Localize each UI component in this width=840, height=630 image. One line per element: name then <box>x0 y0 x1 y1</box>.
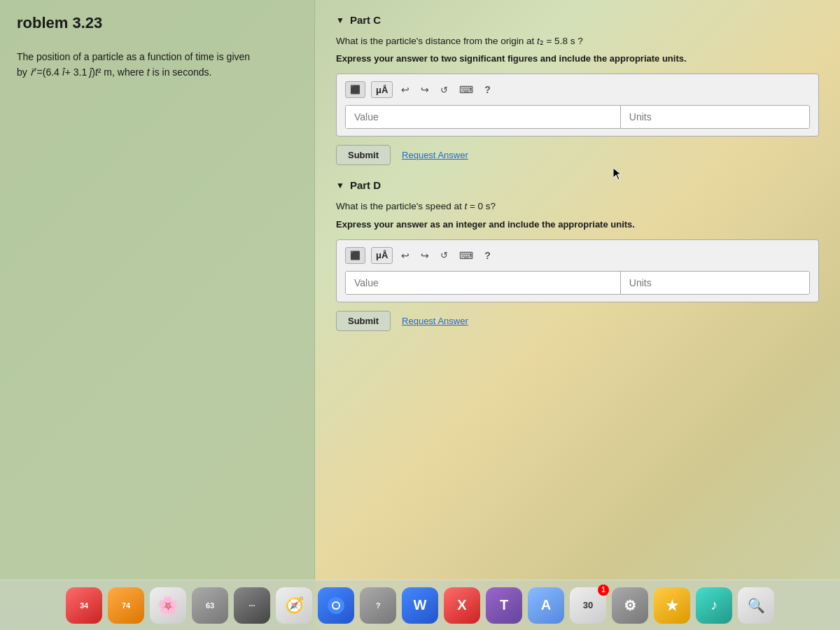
part-c-answer-box: ⬛ μÅ ↩ ↪ ↺ ⌨ ? <box>336 74 819 136</box>
dock-item-music[interactable]: ♪ <box>696 587 732 624</box>
dock-item-w[interactable]: W <box>402 587 438 624</box>
dock-item-star[interactable]: ★ <box>654 587 690 624</box>
dock-item-a-label: A <box>541 597 551 613</box>
part-d-reload-icon[interactable]: ↺ <box>438 248 451 262</box>
part-c-mu-button[interactable]: μÅ <box>371 81 393 98</box>
part-c-redo-icon[interactable]: ↪ <box>418 83 432 97</box>
part-d-value-input[interactable] <box>346 272 621 294</box>
dock-item-x-label: X <box>457 597 466 613</box>
dock-item-settings[interactable]: ⚙ <box>612 587 648 624</box>
part-d-header: ▼ Part D <box>336 179 819 191</box>
problem-title: roblem 3.23 <box>17 14 298 32</box>
problem-text: The position of a particle as a function… <box>17 49 298 80</box>
part-d-help-icon[interactable]: ? <box>482 248 493 262</box>
part-d-mu-button[interactable]: μÅ <box>371 247 393 264</box>
part-d-toolbar: ⬛ μÅ ↩ ↪ ↺ ⌨ ? <box>345 247 810 264</box>
part-c-header: ▼ Part C <box>336 14 819 26</box>
dock-item-dots-label: ··· <box>248 601 255 610</box>
part-c-keyboard-icon[interactable]: ⌨ <box>456 83 476 97</box>
part-d-actions: Submit Request Answer <box>336 311 819 331</box>
svg-point-3 <box>333 603 339 608</box>
part-c-input-row <box>345 105 810 129</box>
dock-item-34-label: 34 <box>80 601 88 610</box>
dock-item-question-label: ? <box>376 601 381 610</box>
part-c-undo-icon[interactable]: ↩ <box>398 83 412 97</box>
part-c-units-input[interactable] <box>621 106 809 128</box>
part-d-request-answer-link[interactable]: Request Answer <box>402 316 468 326</box>
part-d-section: ▼ Part D What is the particle's speed at… <box>336 179 819 330</box>
part-d-units-input[interactable] <box>621 272 809 294</box>
part-c-instruction: Express your answer to two significant f… <box>336 52 819 65</box>
part-d-answer-box: ⬛ μÅ ↩ ↪ ↺ ⌨ ? <box>336 239 819 302</box>
dock-item-chrome[interactable] <box>318 587 354 624</box>
dock-item-compass[interactable]: 🧭 <box>276 587 312 624</box>
part-d-input-row <box>345 271 810 295</box>
dock-item-63[interactable]: 63 <box>192 587 228 624</box>
part-d-keyboard-icon[interactable]: ⌨ <box>456 248 476 262</box>
formula-r: r⃗ <box>30 66 34 78</box>
part-d-submit-button[interactable]: Submit <box>336 311 391 331</box>
dock-item-finder[interactable]: 🔍 <box>738 587 774 624</box>
dock-item-dots[interactable]: ··· <box>234 587 270 624</box>
part-c-value-input[interactable] <box>346 106 621 128</box>
part-c-toolbar: ⬛ μÅ ↩ ↪ ↺ ⌨ ? <box>345 81 810 98</box>
part-d-format-button[interactable]: ⬛ <box>345 247 365 264</box>
dock-item-74-label: 74 <box>122 601 130 610</box>
dock-item-74[interactable]: 74 <box>108 587 144 624</box>
part-d-redo-icon[interactable]: ↪ <box>418 248 432 262</box>
dock-item-teams-label: T <box>500 597 508 613</box>
dock: 34 74 🌸 63 ··· 🧭 ? W X T A 30 1 ⚙ <box>0 580 840 630</box>
dock-item-30-label: 30 <box>583 600 593 610</box>
dock-item-x[interactable]: X <box>444 587 480 624</box>
part-c-title: Part C <box>350 14 381 26</box>
problem-line2: by r⃗ =(6.4 î+ 3.1 ĵ)t² m, where t is in… <box>17 64 298 80</box>
part-c-section: ▼ Part C What is the particle's distance… <box>336 14 819 165</box>
part-d-arrow: ▼ <box>336 181 344 190</box>
part-c-help-icon[interactable]: ? <box>482 83 493 97</box>
part-c-format-button[interactable]: ⬛ <box>345 81 365 98</box>
dock-item-30-badge: 1 <box>598 584 609 596</box>
part-c-arrow: ▼ <box>336 15 344 25</box>
part-c-reload-icon[interactable]: ↺ <box>438 83 451 97</box>
part-c-submit-button[interactable]: Submit <box>336 145 391 165</box>
part-d-undo-icon[interactable]: ↩ <box>398 248 412 262</box>
dock-item-34[interactable]: 34 <box>66 587 102 624</box>
problem-line1: The position of a particle as a function… <box>17 49 298 64</box>
left-panel: roblem 3.23 The position of a particle a… <box>0 0 315 630</box>
dock-item-30[interactable]: 30 1 <box>570 587 606 624</box>
part-c-request-answer-link[interactable]: Request Answer <box>402 150 468 160</box>
main-container: roblem 3.23 The position of a particle a… <box>0 0 840 630</box>
part-d-title: Part D <box>350 179 381 191</box>
dock-item-a[interactable]: A <box>528 587 564 624</box>
dock-item-teams[interactable]: T <box>486 587 522 624</box>
dock-item-flower[interactable]: 🌸 <box>150 587 186 624</box>
right-panel: ▼ Part C What is the particle's distance… <box>315 0 840 630</box>
dock-item-w-label: W <box>414 597 427 613</box>
part-c-actions: Submit Request Answer <box>336 145 819 165</box>
part-c-question: What is the particle's distance from the… <box>336 34 819 48</box>
part-d-question: What is the particle's speed at t = 0 s? <box>336 200 819 214</box>
part-d-instruction: Express your answer as an integer and in… <box>336 218 819 231</box>
dock-item-question[interactable]: ? <box>360 587 396 624</box>
dock-item-63-label: 63 <box>206 601 214 610</box>
